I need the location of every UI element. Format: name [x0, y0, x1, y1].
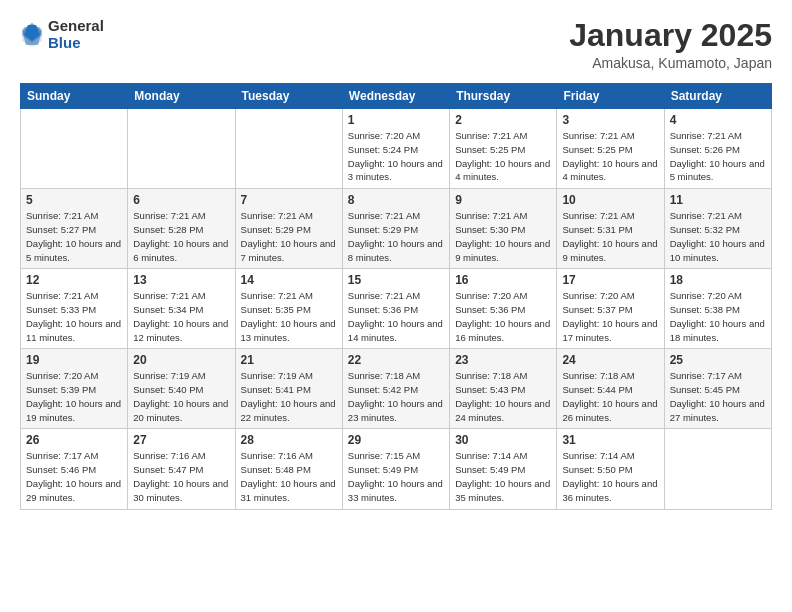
- day-detail: Sunrise: 7:19 AM Sunset: 5:41 PM Dayligh…: [241, 369, 337, 424]
- day-number: 2: [455, 113, 551, 127]
- day-number: 9: [455, 193, 551, 207]
- day-number: 14: [241, 273, 337, 287]
- day-number: 29: [348, 433, 444, 447]
- day-detail: Sunrise: 7:20 AM Sunset: 5:38 PM Dayligh…: [670, 289, 766, 344]
- header-sunday: Sunday: [21, 84, 128, 109]
- day-number: 1: [348, 113, 444, 127]
- location: Amakusa, Kumamoto, Japan: [569, 55, 772, 71]
- day-number: 7: [241, 193, 337, 207]
- day-detail: Sunrise: 7:18 AM Sunset: 5:44 PM Dayligh…: [562, 369, 658, 424]
- day-cell-2-0: 12Sunrise: 7:21 AM Sunset: 5:33 PM Dayli…: [21, 269, 128, 349]
- day-number: 4: [670, 113, 766, 127]
- header-monday: Monday: [128, 84, 235, 109]
- day-number: 15: [348, 273, 444, 287]
- day-cell-1-2: 7Sunrise: 7:21 AM Sunset: 5:29 PM Daylig…: [235, 189, 342, 269]
- day-detail: Sunrise: 7:21 AM Sunset: 5:33 PM Dayligh…: [26, 289, 122, 344]
- day-detail: Sunrise: 7:18 AM Sunset: 5:42 PM Dayligh…: [348, 369, 444, 424]
- header-friday: Friday: [557, 84, 664, 109]
- day-detail: Sunrise: 7:17 AM Sunset: 5:46 PM Dayligh…: [26, 449, 122, 504]
- day-detail: Sunrise: 7:21 AM Sunset: 5:29 PM Dayligh…: [241, 209, 337, 264]
- header: General Blue January 2025 Amakusa, Kumam…: [20, 18, 772, 71]
- day-cell-4-0: 26Sunrise: 7:17 AM Sunset: 5:46 PM Dayli…: [21, 429, 128, 509]
- day-number: 26: [26, 433, 122, 447]
- day-cell-0-0: [21, 109, 128, 189]
- day-detail: Sunrise: 7:17 AM Sunset: 5:45 PM Dayligh…: [670, 369, 766, 424]
- day-number: 25: [670, 353, 766, 367]
- logo-icon: [20, 21, 44, 49]
- day-number: 17: [562, 273, 658, 287]
- day-number: 23: [455, 353, 551, 367]
- day-cell-4-5: 31Sunrise: 7:14 AM Sunset: 5:50 PM Dayli…: [557, 429, 664, 509]
- day-number: 8: [348, 193, 444, 207]
- day-number: 27: [133, 433, 229, 447]
- day-detail: Sunrise: 7:21 AM Sunset: 5:25 PM Dayligh…: [455, 129, 551, 184]
- day-detail: Sunrise: 7:14 AM Sunset: 5:49 PM Dayligh…: [455, 449, 551, 504]
- day-detail: Sunrise: 7:21 AM Sunset: 5:29 PM Dayligh…: [348, 209, 444, 264]
- day-cell-1-1: 6Sunrise: 7:21 AM Sunset: 5:28 PM Daylig…: [128, 189, 235, 269]
- day-cell-3-1: 20Sunrise: 7:19 AM Sunset: 5:40 PM Dayli…: [128, 349, 235, 429]
- day-cell-2-2: 14Sunrise: 7:21 AM Sunset: 5:35 PM Dayli…: [235, 269, 342, 349]
- day-detail: Sunrise: 7:16 AM Sunset: 5:48 PM Dayligh…: [241, 449, 337, 504]
- day-detail: Sunrise: 7:21 AM Sunset: 5:26 PM Dayligh…: [670, 129, 766, 184]
- day-number: 10: [562, 193, 658, 207]
- day-number: 5: [26, 193, 122, 207]
- day-detail: Sunrise: 7:21 AM Sunset: 5:28 PM Dayligh…: [133, 209, 229, 264]
- day-cell-4-4: 30Sunrise: 7:14 AM Sunset: 5:49 PM Dayli…: [450, 429, 557, 509]
- day-number: 24: [562, 353, 658, 367]
- week-row-3: 19Sunrise: 7:20 AM Sunset: 5:39 PM Dayli…: [21, 349, 772, 429]
- day-detail: Sunrise: 7:20 AM Sunset: 5:24 PM Dayligh…: [348, 129, 444, 184]
- month-title: January 2025: [569, 18, 772, 53]
- day-cell-2-6: 18Sunrise: 7:20 AM Sunset: 5:38 PM Dayli…: [664, 269, 771, 349]
- day-cell-1-0: 5Sunrise: 7:21 AM Sunset: 5:27 PM Daylig…: [21, 189, 128, 269]
- day-detail: Sunrise: 7:21 AM Sunset: 5:30 PM Dayligh…: [455, 209, 551, 264]
- day-number: 22: [348, 353, 444, 367]
- week-row-0: 1Sunrise: 7:20 AM Sunset: 5:24 PM Daylig…: [21, 109, 772, 189]
- day-cell-3-0: 19Sunrise: 7:20 AM Sunset: 5:39 PM Dayli…: [21, 349, 128, 429]
- calendar-table: Sunday Monday Tuesday Wednesday Thursday…: [20, 83, 772, 509]
- day-detail: Sunrise: 7:21 AM Sunset: 5:35 PM Dayligh…: [241, 289, 337, 344]
- day-cell-4-3: 29Sunrise: 7:15 AM Sunset: 5:49 PM Dayli…: [342, 429, 449, 509]
- logo-general-text: General: [48, 18, 104, 35]
- day-number: 12: [26, 273, 122, 287]
- day-cell-1-3: 8Sunrise: 7:21 AM Sunset: 5:29 PM Daylig…: [342, 189, 449, 269]
- header-thursday: Thursday: [450, 84, 557, 109]
- day-cell-3-5: 24Sunrise: 7:18 AM Sunset: 5:44 PM Dayli…: [557, 349, 664, 429]
- day-number: 6: [133, 193, 229, 207]
- title-block: January 2025 Amakusa, Kumamoto, Japan: [569, 18, 772, 71]
- day-detail: Sunrise: 7:21 AM Sunset: 5:25 PM Dayligh…: [562, 129, 658, 184]
- logo-blue-text: Blue: [48, 35, 104, 52]
- day-number: 30: [455, 433, 551, 447]
- day-cell-1-5: 10Sunrise: 7:21 AM Sunset: 5:31 PM Dayli…: [557, 189, 664, 269]
- day-number: 31: [562, 433, 658, 447]
- day-cell-2-1: 13Sunrise: 7:21 AM Sunset: 5:34 PM Dayli…: [128, 269, 235, 349]
- day-cell-2-5: 17Sunrise: 7:20 AM Sunset: 5:37 PM Dayli…: [557, 269, 664, 349]
- day-number: 11: [670, 193, 766, 207]
- header-wednesday: Wednesday: [342, 84, 449, 109]
- day-detail: Sunrise: 7:21 AM Sunset: 5:32 PM Dayligh…: [670, 209, 766, 264]
- day-cell-4-6: [664, 429, 771, 509]
- day-cell-3-6: 25Sunrise: 7:17 AM Sunset: 5:45 PM Dayli…: [664, 349, 771, 429]
- day-detail: Sunrise: 7:16 AM Sunset: 5:47 PM Dayligh…: [133, 449, 229, 504]
- header-tuesday: Tuesday: [235, 84, 342, 109]
- day-cell-0-2: [235, 109, 342, 189]
- weekday-header-row: Sunday Monday Tuesday Wednesday Thursday…: [21, 84, 772, 109]
- day-detail: Sunrise: 7:20 AM Sunset: 5:37 PM Dayligh…: [562, 289, 658, 344]
- day-cell-0-4: 2Sunrise: 7:21 AM Sunset: 5:25 PM Daylig…: [450, 109, 557, 189]
- week-row-2: 12Sunrise: 7:21 AM Sunset: 5:33 PM Dayli…: [21, 269, 772, 349]
- day-detail: Sunrise: 7:21 AM Sunset: 5:34 PM Dayligh…: [133, 289, 229, 344]
- day-cell-0-5: 3Sunrise: 7:21 AM Sunset: 5:25 PM Daylig…: [557, 109, 664, 189]
- day-detail: Sunrise: 7:21 AM Sunset: 5:31 PM Dayligh…: [562, 209, 658, 264]
- day-detail: Sunrise: 7:21 AM Sunset: 5:36 PM Dayligh…: [348, 289, 444, 344]
- week-row-1: 5Sunrise: 7:21 AM Sunset: 5:27 PM Daylig…: [21, 189, 772, 269]
- day-number: 20: [133, 353, 229, 367]
- day-cell-4-2: 28Sunrise: 7:16 AM Sunset: 5:48 PM Dayli…: [235, 429, 342, 509]
- day-detail: Sunrise: 7:14 AM Sunset: 5:50 PM Dayligh…: [562, 449, 658, 504]
- day-cell-0-1: [128, 109, 235, 189]
- week-row-4: 26Sunrise: 7:17 AM Sunset: 5:46 PM Dayli…: [21, 429, 772, 509]
- day-number: 13: [133, 273, 229, 287]
- day-detail: Sunrise: 7:21 AM Sunset: 5:27 PM Dayligh…: [26, 209, 122, 264]
- page: General Blue January 2025 Amakusa, Kumam…: [0, 0, 792, 528]
- day-number: 18: [670, 273, 766, 287]
- day-detail: Sunrise: 7:19 AM Sunset: 5:40 PM Dayligh…: [133, 369, 229, 424]
- day-detail: Sunrise: 7:15 AM Sunset: 5:49 PM Dayligh…: [348, 449, 444, 504]
